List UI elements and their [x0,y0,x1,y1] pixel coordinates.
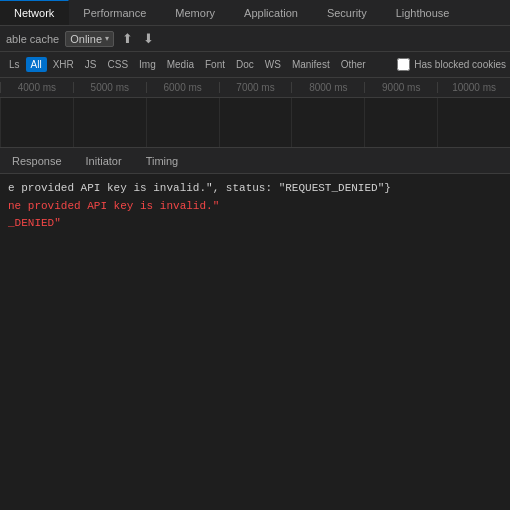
filter-doc[interactable]: Doc [231,57,259,72]
content-line-2: _DENIED" [8,215,502,233]
tick-6: 10000 ms [437,82,510,93]
filter-row: Ls All XHR JS CSS Img Media Font Doc WS … [0,52,510,78]
content-line-1: ne provided API key is invalid." [8,198,502,216]
tick-2: 6000 ms [146,82,219,93]
filter-manifest[interactable]: Manifest [287,57,335,72]
tab-memory[interactable]: Memory [161,0,230,25]
timeline-grid [0,98,510,147]
timeline-body [0,98,510,148]
filter-ws[interactable]: WS [260,57,286,72]
content-area: e provided API key is invalid.", status:… [0,174,510,239]
tick-3: 7000 ms [219,82,292,93]
tick-0: 4000 ms [0,82,73,93]
sub-tab-initiator[interactable]: Initiator [74,148,134,173]
download-button[interactable]: ⬇ [141,32,156,45]
blocked-cookies-checkbox[interactable] [397,58,410,71]
upload-button[interactable]: ⬆ [120,32,135,45]
timeline-col-3 [219,98,292,147]
timeline-col-4 [291,98,364,147]
sub-tab-bar: Response Initiator Timing [0,148,510,174]
filter-all[interactable]: All [26,57,47,72]
blocked-cookies-filter: Has blocked cookies [397,58,506,71]
sub-tab-response[interactable]: Response [0,148,74,173]
timeline-col-2 [146,98,219,147]
blocked-cookies-label: Has blocked cookies [414,59,506,70]
network-label: Online [70,33,102,45]
cache-label: able cache [6,33,59,45]
timeline-col-5 [364,98,437,147]
tab-security[interactable]: Security [313,0,382,25]
timeline-col-0 [0,98,73,147]
filter-xhr[interactable]: XHR [48,57,79,72]
tab-application[interactable]: Application [230,0,313,25]
tick-5: 9000 ms [364,82,437,93]
sub-tab-timing[interactable]: Timing [134,148,191,173]
tick-1: 5000 ms [73,82,146,93]
tab-network[interactable]: Network [0,0,69,25]
filter-font[interactable]: Font [200,57,230,72]
timeline-col-6 [437,98,510,147]
content-line-0: e provided API key is invalid.", status:… [8,180,502,198]
chevron-down-icon: ▾ [105,34,109,43]
timeline-header: 4000 ms 5000 ms 6000 ms 7000 ms 8000 ms … [0,78,510,98]
main-tab-bar: Network Performance Memory Application S… [0,0,510,26]
tab-performance[interactable]: Performance [69,0,161,25]
filter-media[interactable]: Media [162,57,199,72]
network-dropdown[interactable]: Online ▾ [65,31,114,47]
filter-other[interactable]: Other [336,57,371,72]
filter-img[interactable]: Img [134,57,161,72]
tab-lighthouse[interactable]: Lighthouse [382,0,465,25]
timeline-col-1 [73,98,146,147]
filter-ls[interactable]: Ls [4,57,25,72]
filter-css[interactable]: CSS [102,57,133,72]
toolbar: able cache Online ▾ ⬆ ⬇ [0,26,510,52]
tick-4: 8000 ms [291,82,364,93]
filter-js[interactable]: JS [80,57,102,72]
